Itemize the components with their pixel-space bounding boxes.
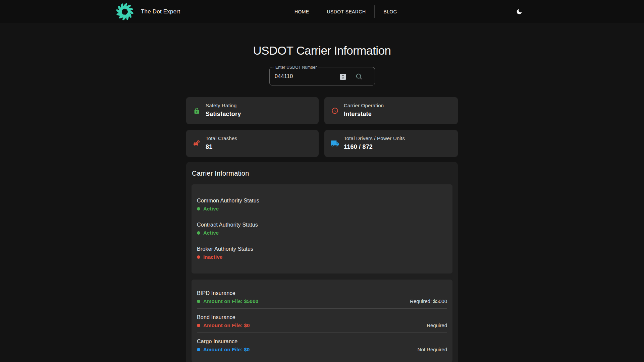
insurance-card: BIPD Insurance Amount on File: $5000 Req… (192, 280, 452, 362)
safety-rating-card: Safety Rating Satisfactory (186, 97, 319, 124)
brand-name: The Dot Expert (141, 8, 180, 15)
panel-title: Carrier Information (192, 170, 452, 177)
authority-row: Common Authority Status Active (197, 192, 447, 216)
lock-plus-icon (192, 107, 201, 115)
insurance-row: BIPD Insurance Amount on File: $5000 Req… (197, 285, 447, 309)
page-title: USDOT Carrier Information (0, 44, 644, 57)
authority-row: Broker Authority Status Inactive (197, 240, 447, 264)
authority-status-card: Common Authority Status Active Contract … (192, 184, 452, 274)
status-dot (197, 300, 200, 303)
total-drivers-card: Total Drivers / Power Units 1160 / 872 (324, 130, 458, 157)
car-crash-icon (192, 139, 201, 147)
insurance-row: Cargo Insurance Amount on File: $0 Not R… (197, 333, 447, 357)
header: The Dot Expert HOME USDOT SEARCH BLOG (0, 0, 644, 23)
required-amount: Required (427, 322, 447, 328)
moon-icon (516, 8, 523, 15)
main-nav: HOME USDOT SEARCH BLOG (286, 0, 406, 23)
carrier-information-panel: Carrier Information Common Authority Sta… (186, 162, 458, 362)
usdot-number-input[interactable] (270, 68, 337, 85)
nav-usdot-search[interactable]: USDOT SEARCH (318, 9, 375, 14)
search-button[interactable] (354, 71, 364, 82)
carrier-operation-card: Carrier Operation Interstate (324, 97, 458, 124)
insurance-row: Bond Insurance Amount on File: $0 Requir… (197, 309, 447, 333)
stat-value: Satisfactory (206, 110, 241, 118)
status-dot (197, 231, 200, 235)
status-dot (197, 255, 200, 259)
status-dot (197, 348, 200, 351)
brand[interactable]: The Dot Expert (115, 0, 180, 23)
stat-label: Safety Rating (206, 103, 241, 109)
theme-toggle-button[interactable] (513, 5, 526, 18)
stat-value: 1160 / 872 (344, 143, 405, 150)
nav-home[interactable]: HOME (286, 9, 318, 14)
stat-value: 81 (206, 143, 237, 150)
status-dot (197, 324, 200, 327)
number-spinner[interactable] (340, 74, 346, 80)
status-dot (197, 207, 200, 210)
truck-icon (330, 139, 339, 148)
stat-label: Total Drivers / Power Units (344, 135, 405, 141)
required-amount: Not Required (418, 347, 447, 352)
stat-label: Total Crashes (206, 135, 237, 141)
spinner-arrows-icon (341, 74, 345, 79)
authority-row: Contract Authority Status Active (197, 216, 447, 240)
section-divider (8, 91, 636, 91)
stats-grid: Safety Rating Satisfactory Carrier Opera… (186, 97, 458, 157)
logo-icon (115, 2, 135, 22)
nav-blog[interactable]: BLOG (375, 9, 406, 14)
total-crashes-card: Total Crashes 81 (186, 130, 319, 157)
required-amount: Required: $5000 (410, 298, 447, 304)
search-icon (355, 73, 363, 80)
usdot-search-field: Enter USDOT Number (269, 67, 375, 85)
stat-label: Carrier Operation (344, 103, 384, 109)
stat-value: Interstate (344, 110, 384, 118)
clock-icon (330, 107, 339, 114)
